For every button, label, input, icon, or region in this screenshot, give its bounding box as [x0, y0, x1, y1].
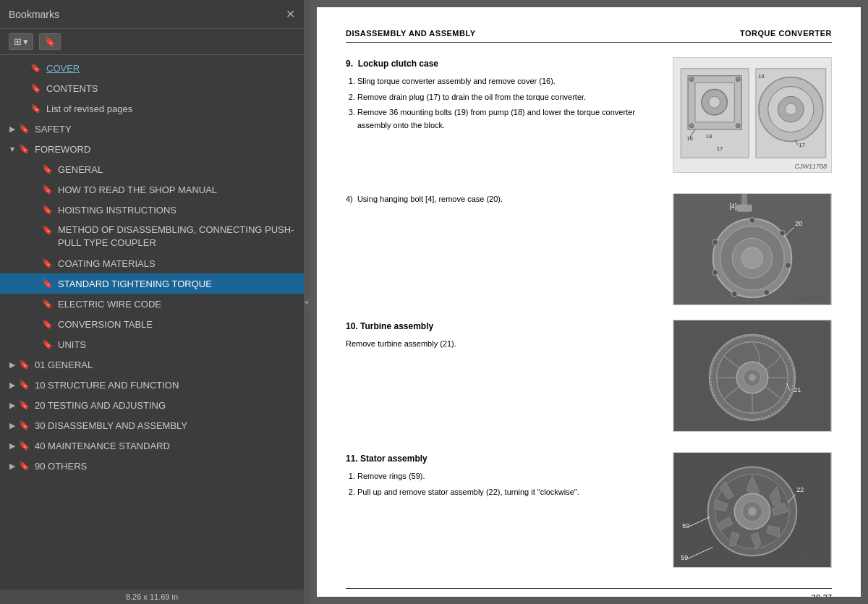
sidebar-item-label: COATING MATERIALS — [58, 258, 156, 269]
sidebar-item-label: STANDARD TIGHTENING TORQUE — [58, 278, 212, 289]
sidebar-item-safety[interactable]: ▶ 🔖 SAFETY — [0, 119, 304, 139]
bookmark-flag-icon: 🔖 — [42, 278, 54, 289]
sidebar-item-label: FOREWORD — [35, 144, 90, 155]
image-label-10: CPN11709 — [795, 422, 827, 429]
svg-point-31 — [780, 230, 786, 236]
section-title-11: 11. Stator assembly — [346, 452, 658, 466]
sidebar-item-contents[interactable]: 🔖 CONTENTS — [0, 78, 304, 98]
svg-text:19: 19 — [758, 73, 765, 80]
image-label-11: CPN11711 — [795, 558, 827, 565]
technical-diagram-step4: [4] 20 — [673, 194, 831, 305]
panel-divider[interactable] — [304, 0, 310, 604]
chevron-right-icon: ▶ — [6, 360, 19, 370]
svg-point-35 — [712, 270, 718, 276]
bookmark-flag-icon: 🔖 — [42, 299, 54, 309]
status-bar: 8.26 x 11.69 in — [0, 590, 304, 604]
sidebar-item-30disassembly[interactable]: ▶ 🔖 30 DISASSEMBLY AND ASSEMBLY — [0, 415, 304, 435]
list-item: Remove drain plug (17) to drain the oil … — [357, 91, 658, 104]
sidebar-item-cover[interactable]: 🔖 COVER — [0, 58, 304, 78]
bookmark-flag-icon: 🔖 — [42, 184, 54, 195]
svg-point-6 — [689, 124, 694, 128]
sidebar-item-coating[interactable]: 🔖 COATING MATERIALS — [0, 253, 304, 273]
sidebar-item-label: 10 STRUCTURE AND FUNCTION — [35, 380, 179, 391]
sidebar-item-units[interactable]: 🔖 UNITS — [0, 334, 304, 354]
svg-text:[4]: [4] — [729, 203, 736, 210]
section-image-11: 59 22 59 CPN11711 — [673, 452, 832, 568]
section-image-9: 16 18 17 19 17 — [673, 57, 832, 173]
sidebar-item-wire[interactable]: 🔖 ELECTRIC WIRE CODE — [0, 294, 304, 314]
sidebar-item-how-to-read[interactable]: 🔖 HOW TO READ THE SHOP MANUAL — [0, 179, 304, 200]
sidebar-item-general[interactable]: 🔖 GENERAL — [0, 159, 304, 179]
sidebar-item-label: 40 MAINTENANCE STANDARD — [35, 441, 170, 451]
sidebar-item-conversion[interactable]: 🔖 CONVERSION TABLE — [0, 314, 304, 334]
pdf-footer-page: 30-27 (2) — [812, 593, 832, 597]
svg-point-33 — [764, 289, 770, 295]
bookmark-icon: 🔖 — [44, 36, 56, 47]
sidebar-item-label: HOISTING INSTRUCTIONS — [58, 205, 176, 216]
section-title-10: 10. Turbine assembly — [346, 320, 658, 333]
sidebar-item-label: HOW TO READ THE SHOP MANUAL — [58, 184, 217, 195]
list-item: Remove rings (59). — [357, 470, 658, 483]
step4-row: 4) Using hanging bolt [4], remove case (… — [346, 193, 832, 305]
bookmark-flag-icon: 🔖 — [19, 360, 30, 370]
section-text-11: 11. Stator assembly Remove rings (59). P… — [346, 452, 658, 501]
sidebar-item-label: METHOD OF DISASSEMBLING, CONNECTING PUSH… — [58, 224, 298, 250]
svg-point-5 — [736, 77, 740, 82]
svg-point-9 — [709, 96, 720, 108]
step4-text: 4) Using hanging bolt [4], remove case (… — [346, 193, 658, 206]
sidebar-item-foreword[interactable]: ▼ 🔖 FOREWORD — [0, 139, 304, 159]
sidebar-item-20testing[interactable]: ▶ 🔖 20 TESTING AND ADJUSTING — [0, 395, 304, 415]
sidebar-item-revised[interactable]: 🔖 List of revised pages — [0, 98, 304, 119]
section-content-row: 4) Using hanging bolt [4], remove case (… — [346, 193, 832, 305]
sidebar-item-01general[interactable]: ▶ 🔖 01 GENERAL — [0, 354, 304, 375]
bookmarks-header: Bookmarks ✕ — [0, 0, 304, 29]
page-size-label: 8.26 x 11.69 in — [126, 592, 178, 601]
sidebar-item-label: GENERAL — [58, 164, 103, 175]
sidebar-item-hoisting[interactable]: 🔖 HOISTING INSTRUCTIONS — [0, 200, 304, 220]
sidebar-item-label: CONVERSION TABLE — [58, 319, 153, 330]
bookmark-flag-icon: 🔖 — [19, 461, 30, 471]
svg-text:20: 20 — [795, 220, 802, 227]
chevron-right-icon: ▶ — [6, 380, 19, 390]
sidebar-item-torque[interactable]: 🔖 STANDARD TIGHTENING TORQUE — [0, 273, 304, 294]
chevron-right-icon: ▶ — [6, 124, 19, 134]
pdf-section-10: 10. Turbine assembly Remove turbine asse… — [346, 320, 832, 432]
pdf-content[interactable]: DISASSEMBLY AND ASSEMBLY TORQUE CONVERTE… — [317, 7, 861, 597]
bookmark-flag-icon: 🔖 — [42, 339, 54, 349]
bookmarks-list: 🔖 COVER 🔖 CONTENTS 🔖 List of revised pag… — [0, 55, 304, 590]
technical-diagram-9: 16 18 17 19 17 — [673, 58, 831, 172]
bookmark-flag-icon: 🔖 — [42, 225, 54, 235]
bookmarks-close-button[interactable]: ✕ — [286, 9, 295, 20]
bookmark-flag-icon: 🔖 — [19, 144, 30, 154]
sidebar-item-40maintenance[interactable]: ▶ 🔖 40 MAINTENANCE STANDARD — [0, 435, 304, 456]
svg-rect-25 — [736, 205, 752, 212]
svg-point-18 — [785, 103, 796, 115]
sidebar-item-method[interactable]: 🔖 METHOD OF DISASSEMBLING, CONNECTING PU… — [0, 220, 304, 253]
sidebar-item-90others[interactable]: ▶ 🔖 90 OTHERS — [0, 456, 304, 476]
pdf-page-number: 30-27 — [812, 593, 832, 597]
bookmark-flag-icon: 🔖 — [30, 63, 42, 73]
pdf-section-11: 11. Stator assembly Remove rings (59). P… — [346, 452, 832, 568]
bookmark-nav-button[interactable]: 🔖 — [39, 33, 61, 50]
section-text-10: 10. Turbine assembly Remove turbine asse… — [346, 320, 658, 351]
chevron-right-icon: ▶ — [6, 441, 19, 451]
svg-text:17: 17 — [799, 142, 805, 148]
bookmark-flag-icon: 🔖 — [19, 400, 30, 410]
list-item: Sling torque converter assembly and remo… — [357, 75, 658, 88]
expand-all-button[interactable]: ⊞ ▾ — [9, 33, 33, 50]
bookmarks-title: Bookmarks — [9, 9, 59, 20]
svg-point-36 — [712, 239, 718, 245]
sidebar-item-10structure[interactable]: ▶ 🔖 10 STRUCTURE AND FUNCTION — [0, 375, 304, 395]
image-label-step4: CJW11708 — [794, 295, 827, 302]
stator-steps: Remove rings (59). Pull up and remove st… — [346, 470, 658, 498]
list-item: Remove 36 mounting bolts (19) from pump … — [357, 106, 658, 132]
sidebar-item-label: List of revised pages — [46, 103, 132, 114]
expand-grid-icon: ⊞ — [14, 36, 22, 47]
chevron-right-icon: ▶ — [6, 401, 19, 410]
sidebar-item-label: 20 TESTING AND ADJUSTING — [35, 400, 166, 411]
section-title-9: 9. Lockup clutch case — [346, 57, 658, 71]
pdf-section-9: 9. Lockup clutch case Sling torque conve… — [346, 57, 832, 173]
section-image-10: 21 CPN11709 — [673, 320, 832, 432]
bookmarks-toolbar: ⊞ ▾ 🔖 — [0, 29, 304, 55]
bookmark-flag-icon: 🔖 — [19, 441, 30, 451]
